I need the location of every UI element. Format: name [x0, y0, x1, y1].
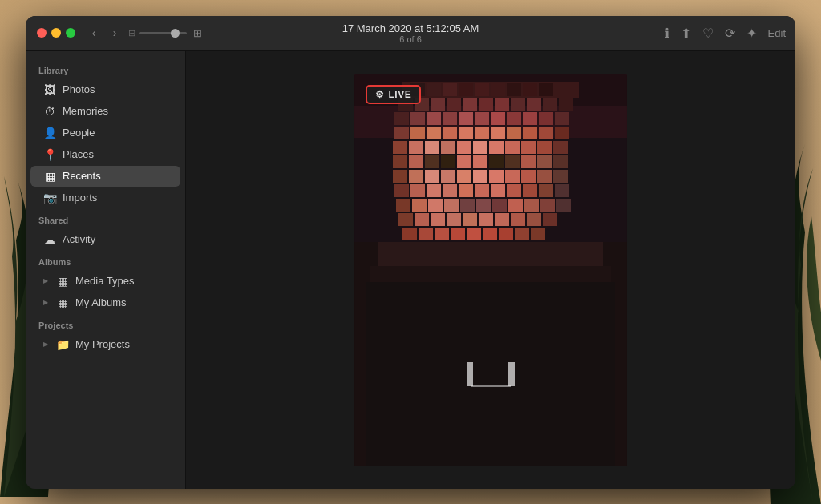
- svg-rect-91: [412, 199, 427, 212]
- svg-rect-126: [471, 385, 511, 387]
- rotate-icon[interactable]: ⟳: [725, 26, 735, 41]
- svg-rect-50: [457, 141, 471, 154]
- sidebar-item-imports[interactable]: 📷 Imports: [30, 187, 180, 208]
- svg-rect-122: [370, 266, 611, 282]
- svg-rect-11: [523, 83, 537, 96]
- svg-rect-74: [489, 170, 504, 183]
- svg-rect-94: [460, 199, 475, 212]
- svg-rect-36: [410, 127, 425, 139]
- share-icon[interactable]: ⬆: [681, 26, 691, 41]
- svg-rect-99: [540, 199, 555, 212]
- zoom-slider[interactable]: [139, 32, 187, 34]
- imports-label: Imports: [63, 192, 97, 204]
- sidebar-item-activity[interactable]: ☁ Activity: [30, 229, 180, 250]
- svg-rect-82: [443, 184, 457, 197]
- svg-rect-112: [419, 228, 433, 240]
- svg-rect-63: [489, 155, 504, 168]
- svg-rect-123: [366, 282, 615, 466]
- toolbar-actions: ℹ ⬆ ♡ ⟳ ✦ Edit: [665, 26, 786, 41]
- zoom-slider-area: ⊟ ⊞: [128, 27, 202, 39]
- svg-rect-23: [559, 98, 573, 111]
- svg-rect-18: [479, 98, 493, 111]
- people-icon: 👤: [43, 127, 56, 139]
- svg-rect-93: [444, 199, 459, 212]
- expand-icon-projects: ▶: [43, 341, 48, 348]
- svg-rect-48: [425, 141, 439, 154]
- my-albums-icon: ▦: [56, 296, 69, 309]
- sidebar-item-my-albums[interactable]: ▶ ▦ My Albums: [30, 292, 180, 313]
- svg-rect-8: [475, 83, 489, 96]
- zoom-out-icon: ⊟: [128, 28, 135, 38]
- svg-rect-20: [511, 98, 525, 111]
- svg-rect-21: [527, 98, 541, 111]
- svg-rect-117: [499, 228, 513, 240]
- adjust-icon[interactable]: ✦: [746, 26, 757, 41]
- info-icon[interactable]: ℹ: [665, 26, 669, 41]
- svg-rect-119: [531, 228, 545, 240]
- live-text: LIVE: [389, 89, 412, 100]
- svg-rect-109: [527, 213, 541, 226]
- svg-rect-45: [555, 127, 569, 139]
- svg-rect-24: [394, 112, 409, 125]
- my-albums-label: My Albums: [75, 296, 127, 308]
- recents-label: Recents: [63, 170, 101, 182]
- app-window: ‹ › ⊟ ⊞ 17 March 2020 at 5:12:05 AM 6 of…: [26, 16, 795, 489]
- favorite-icon[interactable]: ♡: [702, 26, 714, 41]
- sidebar-item-memories[interactable]: ⏱ Memories: [30, 101, 180, 122]
- svg-rect-55: [537, 141, 552, 154]
- svg-rect-41: [491, 127, 505, 139]
- svg-rect-31: [507, 112, 521, 125]
- sidebar-item-photos[interactable]: 🖼 Photos: [30, 79, 180, 100]
- close-button[interactable]: [37, 28, 47, 38]
- photo-area: ⚙ LIVE: [186, 51, 795, 489]
- svg-rect-113: [435, 228, 449, 240]
- svg-rect-62: [473, 155, 487, 168]
- library-section-label: Library: [26, 59, 185, 79]
- maximize-button[interactable]: [66, 28, 75, 38]
- svg-rect-64: [505, 155, 520, 168]
- sidebar-item-people[interactable]: 👤 People: [30, 123, 180, 143]
- svg-rect-56: [553, 141, 568, 154]
- my-projects-label: My Projects: [75, 338, 130, 350]
- live-badge[interactable]: ⚙ LIVE: [366, 85, 421, 104]
- sidebar-item-places[interactable]: 📍 Places: [30, 144, 180, 165]
- svg-rect-66: [537, 155, 552, 168]
- svg-rect-34: [555, 112, 569, 125]
- svg-rect-6: [443, 83, 457, 96]
- svg-rect-12: [539, 83, 553, 96]
- sidebar-item-my-projects[interactable]: ▶ 📁 My Projects: [30, 334, 180, 355]
- sidebar: Library 🖼 Photos ⏱ Memories 👤 People 📍 P…: [26, 51, 186, 489]
- svg-rect-83: [459, 184, 473, 197]
- back-button[interactable]: ‹: [85, 24, 103, 42]
- main-content: Library 🖼 Photos ⏱ Memories 👤 People 📍 P…: [26, 51, 795, 489]
- expand-icon-media: ▶: [43, 277, 48, 284]
- albums-section-label: Albums: [26, 251, 185, 270]
- svg-rect-49: [441, 141, 455, 154]
- svg-rect-110: [543, 213, 557, 226]
- svg-rect-70: [425, 170, 439, 183]
- svg-rect-116: [483, 228, 497, 240]
- svg-rect-44: [539, 127, 553, 139]
- expand-icon-albums: ▶: [43, 299, 48, 306]
- svg-rect-51: [473, 141, 487, 154]
- svg-rect-103: [431, 213, 445, 226]
- edit-button[interactable]: Edit: [768, 27, 786, 39]
- sidebar-item-media-types[interactable]: ▶ ▦ Media Types: [30, 271, 180, 292]
- svg-rect-47: [409, 141, 423, 154]
- svg-rect-65: [521, 155, 536, 168]
- media-types-icon: ▦: [56, 275, 69, 288]
- photo-svg: [354, 74, 627, 466]
- forward-button[interactable]: ›: [106, 24, 123, 42]
- minimize-button[interactable]: [51, 28, 61, 38]
- photos-icon: 🖼: [43, 83, 56, 96]
- shared-section-label: Shared: [26, 209, 185, 228]
- svg-rect-26: [427, 112, 441, 125]
- svg-rect-92: [428, 199, 443, 212]
- sidebar-item-recents[interactable]: ▦ Recents: [30, 166, 180, 187]
- svg-rect-32: [523, 112, 537, 125]
- svg-rect-17: [463, 98, 477, 111]
- recents-icon: ▦: [43, 170, 56, 183]
- svg-rect-108: [511, 213, 525, 226]
- svg-rect-115: [467, 228, 481, 240]
- svg-rect-98: [524, 199, 539, 212]
